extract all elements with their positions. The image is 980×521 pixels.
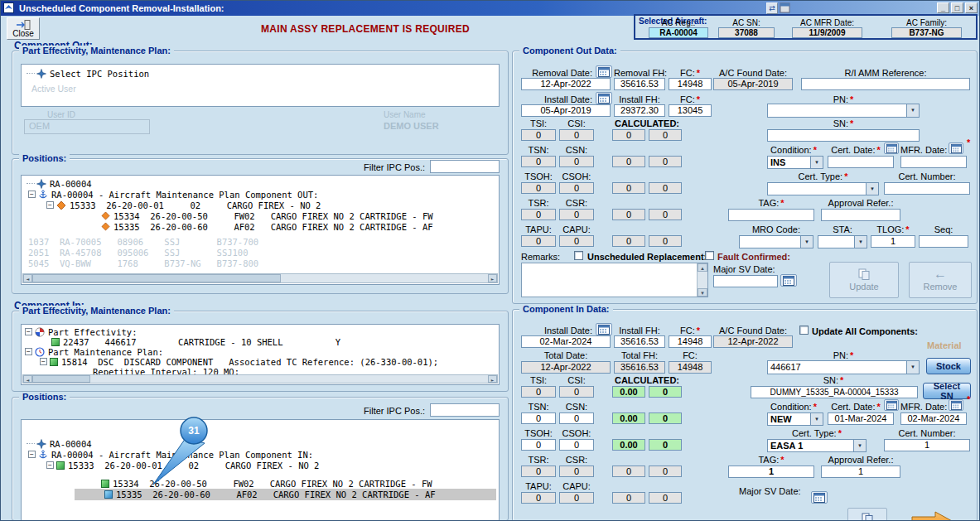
out-sn-input[interactable] <box>767 129 920 142</box>
next-arrow-icon[interactable] <box>910 511 955 521</box>
remarks-textarea[interactable]: ▲ ▼ <box>521 263 708 297</box>
stock-button[interactable]: Stock <box>926 358 971 374</box>
scroll-left-icon[interactable]: ◄ <box>23 375 32 383</box>
in-major-sv-calendar-button[interactable] <box>811 491 828 504</box>
sta-combobox[interactable]: ▼ <box>818 235 867 248</box>
chevron-down-icon[interactable]: ▼ <box>906 361 919 374</box>
scrollbar-thumb[interactable] <box>32 375 90 383</box>
in-cert-type-combobox[interactable]: EASA 1 ▼ <box>767 439 867 452</box>
out-pn-combobox[interactable]: ▼ <box>767 104 920 118</box>
in-cert-number-input[interactable]: 1 <box>884 439 970 451</box>
in-pn-combobox[interactable]: 446617 ▼ <box>767 360 920 374</box>
remarks-scrollbar[interactable]: ▲ ▼ <box>697 263 707 297</box>
collapse-icon[interactable]: − <box>25 348 32 355</box>
in-csn-input[interactable]: 0 <box>559 412 594 424</box>
out-major-sv-date-input[interactable] <box>713 275 778 287</box>
chevron-down-icon[interactable]: ▼ <box>866 183 878 195</box>
chevron-down-icon[interactable]: ▼ <box>810 157 823 168</box>
unscheduled-replacement-checkbox[interactable] <box>574 251 583 260</box>
tree-item-aircraft[interactable]: RA-00004 <box>27 178 92 189</box>
scroll-right-icon[interactable]: ► <box>488 274 497 282</box>
out-cert-date-calendar-button[interactable] <box>884 142 899 154</box>
out-install-date-input[interactable]: 05-Apr-2019 <box>521 104 611 117</box>
tree-item-aircraft[interactable]: RA-00004 <box>27 438 92 449</box>
out-cert-type-combobox[interactable]: ▼ <box>767 182 879 195</box>
out-install-fh-input[interactable]: 29372.30 <box>614 104 665 117</box>
collapse-icon[interactable]: − <box>46 201 54 209</box>
in-mfr-date-input[interactable]: 02-Mar-2024 <box>900 412 967 425</box>
in-tsoh-input[interactable]: 0 <box>521 439 556 451</box>
in-condition-combobox[interactable]: NEW ▼ <box>767 412 823 426</box>
in-condition-label: Condition:* <box>761 402 826 412</box>
minimize-button[interactable]: _ <box>937 2 949 13</box>
scroll-up-icon[interactable]: ▲ <box>698 263 707 272</box>
out-mfr-date-calendar-button[interactable] <box>949 142 963 154</box>
in-csi-label: CSI: <box>559 375 594 385</box>
out-filter-input[interactable] <box>430 160 500 173</box>
in-install-date-calendar-button[interactable] <box>596 323 612 335</box>
out-install-fc-input[interactable]: 13045 <box>669 104 712 117</box>
out-tree-horizontal-scrollbar[interactable]: ◄ ► <box>22 273 498 283</box>
fault-confirmed-checkbox[interactable] <box>705 251 714 260</box>
close-window-button[interactable]: × <box>965 2 978 13</box>
chevron-down-icon[interactable]: ▼ <box>906 104 919 117</box>
tree-item-15333-out[interactable]: − 15333 26-20-00-01 02 CARGO FIREX - NO … <box>46 200 321 210</box>
removal-date-calendar-button[interactable] <box>596 65 612 78</box>
removal-fc-input[interactable]: 14948 <box>669 78 712 90</box>
in-filter-input[interactable] <box>430 403 500 417</box>
tree-item-15335-in-selected[interactable]: 15335 26-20-00-60 AF02 CARGO FIREX NO 2 … <box>75 489 496 500</box>
chevron-down-icon[interactable]: ▼ <box>854 236 867 248</box>
collapse-icon[interactable]: − <box>46 461 54 469</box>
update-all-components-checkbox[interactable] <box>799 326 809 335</box>
out-install-date-calendar-button[interactable] <box>596 92 612 104</box>
collapse-icon[interactable]: − <box>25 328 32 335</box>
mro-code-combobox[interactable]: ▼ <box>739 235 813 248</box>
removal-date-input[interactable]: 12-Apr-2022 <box>521 78 611 90</box>
in-cert-date-calendar-button[interactable] <box>884 399 899 411</box>
scroll-down-icon[interactable]: ▼ <box>698 288 707 297</box>
restore-button[interactable]: □ <box>951 2 963 13</box>
in-approval-refer-input[interactable]: 1 <box>821 466 900 478</box>
collapse-icon[interactable]: − <box>28 191 36 198</box>
close-button[interactable]: Close <box>7 17 40 40</box>
scroll-right-icon[interactable]: ► <box>488 375 497 383</box>
out-cert-date-input[interactable] <box>828 156 894 168</box>
tree-item-15335-out[interactable]: 15335 26-20-00-60 AF02 CARGO FIREX NO 2 … <box>101 221 433 232</box>
out-approval-refer-input[interactable] <box>821 209 900 221</box>
in-csoh-input[interactable]: 0 <box>559 439 594 451</box>
seq-input[interactable] <box>919 235 968 248</box>
chevron-down-icon[interactable]: ▼ <box>810 413 823 425</box>
in-cert-date-input[interactable]: 01-Mar-2024 <box>828 412 894 425</box>
in-tag-input[interactable]: 1 <box>728 466 814 478</box>
tlog-input[interactable]: 1 <box>871 235 915 248</box>
ri-amm-reference-input[interactable] <box>801 78 970 90</box>
collapse-icon[interactable]: − <box>40 358 47 365</box>
tree-item-select-ipc[interactable]: Select IPC Position <box>27 68 149 79</box>
out-condition-combobox[interactable]: INS ▼ <box>767 156 823 169</box>
tree-item-maintenance-plan-out[interactable]: − RA-00004 - Aircraft Maintenance Plan C… <box>28 189 318 200</box>
out-mfr-date-input[interactable] <box>900 156 967 168</box>
in-effectivity-horizontal-scrollbar[interactable]: ◄ ► <box>22 374 498 384</box>
in-sn-input[interactable]: DUMMY_15335_RA-00004_15333 <box>751 386 918 398</box>
update-button[interactable]: Update <box>829 262 899 298</box>
scroll-left-icon[interactable]: ◄ <box>23 274 32 282</box>
in-update-button-partial[interactable] <box>847 508 887 521</box>
in-mfr-date-calendar-button[interactable] <box>949 399 963 411</box>
out-major-sv-calendar-button[interactable] <box>780 274 797 287</box>
in-tsn-input[interactable]: 0 <box>521 412 556 424</box>
in-install-date-input[interactable]: 02-Mar-2024 <box>521 335 611 348</box>
removal-fh-input[interactable]: 35616.53 <box>614 78 665 90</box>
chevron-down-icon[interactable]: ▼ <box>800 236 813 248</box>
scrollbar-thumb[interactable] <box>32 274 281 282</box>
out-tag-input[interactable] <box>728 209 814 221</box>
in-install-fc-input[interactable]: 14948 <box>669 335 712 348</box>
select-sn-button[interactable]: Select SN <box>923 383 971 399</box>
in-install-fh-input[interactable]: 35616.53 <box>614 335 665 348</box>
out-cert-number-input[interactable] <box>884 182 970 195</box>
collapse-icon[interactable]: − <box>28 451 36 458</box>
chevron-down-icon[interactable]: ▼ <box>853 440 866 451</box>
ac-sn-value: 37088 <box>718 27 775 38</box>
ac-reg-value[interactable]: RA-00004 <box>649 27 708 38</box>
tree-item-15334-out[interactable]: 15334 26-20-00-50 FW02 CARGO FIREX NO 2 … <box>101 210 433 221</box>
remove-button[interactable]: ← Remove <box>909 262 972 298</box>
